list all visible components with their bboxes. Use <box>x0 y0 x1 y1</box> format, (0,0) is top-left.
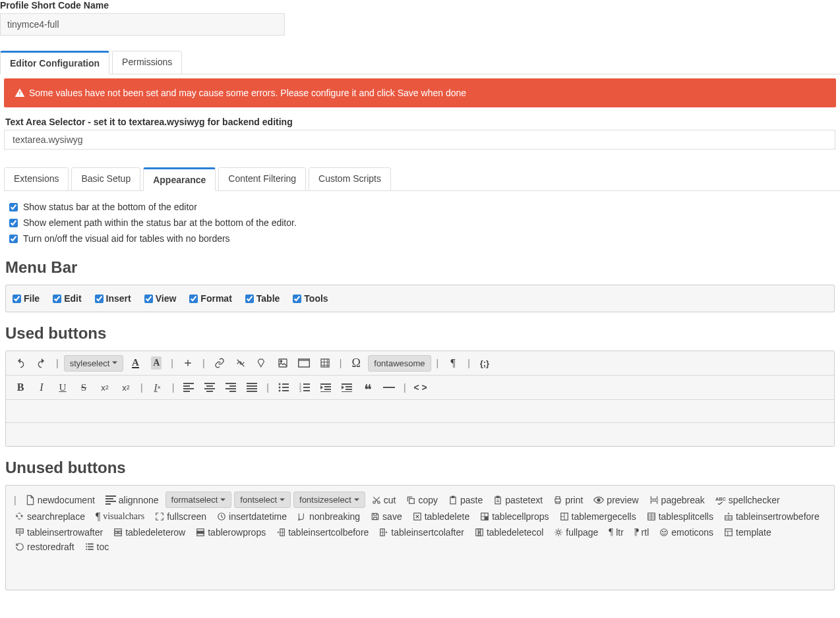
sub-tabs: Extensions Basic Setup Appearance Conten… <box>4 167 840 191</box>
profile-shortcode-input[interactable] <box>0 13 285 36</box>
hr-button[interactable] <box>380 378 398 397</box>
media-button[interactable] <box>295 354 313 372</box>
svg-text:3: 3 <box>299 389 301 392</box>
unused-save[interactable]: save <box>371 511 402 522</box>
anchor-button[interactable] <box>253 354 271 372</box>
toolbar-row-3[interactable] <box>6 400 834 423</box>
italic-button[interactable]: I <box>32 378 51 397</box>
styleselect-dropdown[interactable]: styleselect <box>64 355 124 372</box>
strikethrough-button[interactable]: S <box>75 378 93 397</box>
unused-tabledeletecol[interactable]: tabledeletecol <box>475 527 543 538</box>
tab-editor-configuration[interactable]: Editor Configuration <box>0 51 109 74</box>
chk-menu-file[interactable] <box>13 295 21 303</box>
bullist-button[interactable] <box>274 378 293 397</box>
alignleft-button[interactable] <box>179 378 198 397</box>
unused-insertdatetime[interactable]: insertdatetime <box>217 511 287 522</box>
forecolor-button[interactable]: A <box>126 354 144 372</box>
code-button[interactable]: < > <box>411 378 430 397</box>
unused-tablesplitcells[interactable]: tablesplitcells <box>647 511 713 522</box>
unused-spellchecker[interactable]: ABCspellchecker <box>715 495 780 505</box>
chk-menu-format[interactable] <box>189 295 198 303</box>
unused-formatselect[interactable]: formatselect <box>165 492 232 508</box>
fontawesome-button[interactable]: fontawesome <box>368 355 431 372</box>
tab-appearance[interactable]: Appearance <box>143 167 216 191</box>
chk-menu-insert[interactable] <box>95 295 104 303</box>
svg-rect-41 <box>725 528 733 536</box>
image-button[interactable] <box>274 354 292 372</box>
link-button[interactable] <box>210 354 229 372</box>
unused-preview[interactable]: preview <box>593 495 638 505</box>
lbl-menu-view: View <box>156 293 177 304</box>
unused-tablemergecells[interactable]: tablemergecells <box>560 511 636 522</box>
lbl-menu-table: Table <box>256 293 280 304</box>
chk-menu-table[interactable] <box>245 295 254 303</box>
unused-fullpage[interactable]: fullpage <box>554 527 598 538</box>
unused-ltr[interactable]: ¶ltr <box>609 526 623 538</box>
unused-pastetext[interactable]: pastetext <box>493 495 543 505</box>
unused-nonbreaking[interactable]: nonbreaking <box>297 511 360 522</box>
unused-tableinsertcolbefore[interactable]: tableinsertcolbefore <box>276 527 369 538</box>
blockquote-button[interactable]: ❝ <box>359 378 377 397</box>
unused-fullscreen[interactable]: fullscreen <box>155 511 206 522</box>
unused-fontselect[interactable]: fontselect <box>234 492 291 508</box>
tab-basic-setup[interactable]: Basic Setup <box>71 167 140 191</box>
unused-toc[interactable]: toc <box>85 542 109 552</box>
unused-newdocument[interactable]: newdocument <box>26 495 95 505</box>
superscript-button[interactable]: x2 <box>117 378 135 397</box>
unused-restoredraft[interactable]: restoredraft <box>15 542 75 552</box>
svg-rect-47 <box>88 549 94 550</box>
visualblocks-button[interactable]: ¶ <box>444 354 462 372</box>
unused-cut[interactable]: cut <box>372 495 396 505</box>
alignright-button[interactable] <box>222 378 240 397</box>
subscript-button[interactable]: x2 <box>96 378 114 397</box>
lbl-menu-insert: Insert <box>106 293 131 304</box>
tab-custom-scripts[interactable]: Custom Scripts <box>309 167 391 191</box>
tab-extensions[interactable]: Extensions <box>4 167 69 191</box>
undo-button[interactable] <box>11 354 30 372</box>
unused-tabledelete[interactable]: tabledelete <box>413 511 470 522</box>
tab-permissions[interactable]: Permissions <box>112 51 182 74</box>
unused-tableinsertrowafter[interactable]: tableinsertrowafter <box>15 527 103 538</box>
unused-paste[interactable]: paste <box>448 495 483 505</box>
unused-tablecellprops[interactable]: tablecellprops <box>480 511 549 522</box>
unused-tableinsertcolafter[interactable]: tableinsertcolafter <box>379 527 464 538</box>
unused-searchreplace[interactable]: searchreplace <box>15 511 85 522</box>
removeformat-button[interactable]: I× <box>148 378 167 397</box>
tab-content-filtering[interactable]: Content Filtering <box>218 167 306 191</box>
chk-menu-tools[interactable] <box>293 295 301 303</box>
indent-button[interactable] <box>338 378 356 397</box>
unused-print[interactable]: print <box>553 495 583 505</box>
toolbar-row-4[interactable] <box>6 423 834 446</box>
unused-tabledeleterow[interactable]: tabledeleterow <box>113 527 185 538</box>
unused-visualchars[interactable]: ¶visualchars <box>96 511 144 522</box>
unused-alignnone[interactable]: alignnone <box>105 495 159 505</box>
chk-status-bar[interactable] <box>9 203 18 211</box>
underline-button[interactable]: U <box>53 378 72 397</box>
redo-button[interactable] <box>32 354 51 372</box>
charmap-button[interactable]: Ω <box>347 354 365 372</box>
unused-tableinsertrowbefore[interactable]: tableinsertrowbefore <box>724 511 820 522</box>
table-button[interactable] <box>316 354 334 372</box>
unused-pagebreak[interactable]: pagebreak <box>649 495 705 505</box>
outdent-button[interactable] <box>316 378 335 397</box>
aligncenter-button[interactable] <box>200 378 219 397</box>
separator[interactable]: | <box>14 495 16 505</box>
unused-emoticons[interactable]: emoticons <box>659 527 713 538</box>
codesample-button[interactable]: {;} <box>475 354 494 372</box>
unused-template[interactable]: template <box>724 527 771 538</box>
unused-copy[interactable]: copy <box>406 495 438 505</box>
unused-fontsizeselect[interactable]: fontsizeselect <box>293 492 365 508</box>
numlist-button[interactable]: 123 <box>295 378 314 397</box>
alignjustify-button[interactable] <box>243 378 261 397</box>
unlink-button[interactable] <box>231 354 250 372</box>
plus-button[interactable] <box>179 354 197 372</box>
chk-menu-edit[interactable] <box>53 295 61 303</box>
backcolor-button[interactable]: A <box>147 354 165 372</box>
chk-element-path[interactable] <box>9 219 18 227</box>
unused-rtl[interactable]: ¶rtl <box>634 526 649 538</box>
chk-menu-view[interactable] <box>144 295 153 303</box>
unused-tablerowprops[interactable]: tablerowprops <box>196 527 266 538</box>
textarea-selector-input[interactable] <box>4 130 835 150</box>
chk-visual-aid[interactable] <box>9 235 18 243</box>
bold-button[interactable]: B <box>11 378 30 397</box>
